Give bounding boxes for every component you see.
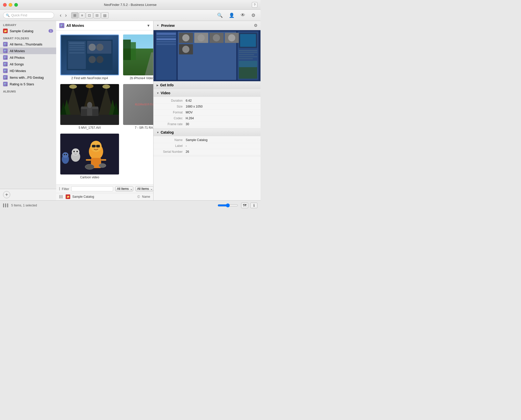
svg-rect-8: [69, 42, 85, 44]
format-value: MOV: [186, 111, 256, 114]
sidebar-item-all-songs[interactable]: 🔍 All Songs: [0, 61, 56, 67]
zoom-slider[interactable]: [218, 203, 238, 207]
svg-point-44: [85, 164, 94, 169]
thumb-img-3: [60, 84, 119, 125]
thumbnail-4: 精品Mac软件尽在macstore.info: [123, 84, 153, 125]
grid-item-label-2: 2b iPhone4 Video with GPS.MOV: [130, 76, 153, 80]
svg-rect-75: [239, 50, 257, 51]
view-icon-split[interactable]: ⊡: [86, 12, 93, 18]
svg-rect-10: [69, 47, 85, 48]
settings-button[interactable]: ⚙: [249, 11, 257, 19]
filter-checkbox[interactable]: [59, 187, 60, 191]
svg-rect-43: [101, 159, 106, 161]
content-header: 🔍 All Movies ▼: [56, 21, 153, 30]
toolbar: 🔍 Quick Find ‹ › ⊞ ≡ ⊡ ⊟ ▤ 🔍 👤 👁 ⚙: [0, 10, 260, 21]
title-bar: NeoFinder 7.5.2 - Business License ?: [0, 0, 260, 10]
preview-image: [153, 30, 260, 81]
catalog-icon: 📁: [3, 29, 8, 33]
status-map-button[interactable]: 🗺: [241, 203, 248, 208]
content-area: 🔍 All Movies ▼: [56, 21, 153, 200]
view-icon-list[interactable]: ≡: [79, 12, 85, 18]
preview-header[interactable]: ▼ Preview ⚙: [153, 21, 260, 30]
codec-value: H.264: [186, 116, 256, 120]
zoom-slider-wrap: [218, 203, 238, 207]
all-items-select-1[interactable]: All Items: [115, 186, 133, 191]
svg-point-48: [73, 151, 75, 152]
svg-rect-72: [157, 43, 176, 45]
status-info-button[interactable]: ℹ: [250, 203, 257, 208]
sidebar-item-items-ps-geotag[interactable]: 🔍 Items with...PS Geotag: [0, 74, 56, 81]
catalog-name-label: Name: [158, 138, 186, 142]
svg-rect-12: [69, 52, 85, 53]
content-title: All Movies: [66, 24, 145, 28]
help-button[interactable]: ?: [252, 2, 257, 8]
back-button[interactable]: ‹: [58, 12, 63, 19]
svg-point-67: [182, 46, 190, 53]
get-info-header[interactable]: ▶ Get Info: [153, 81, 260, 89]
svg-rect-38: [92, 145, 96, 147]
thumbnail-2: 📌: [123, 34, 153, 75]
preview-title: Preview: [161, 24, 252, 28]
svg-rect-15: [123, 40, 131, 60]
grid-item-5[interactable]: Cartoon video: [60, 134, 119, 179]
svg-point-51: [62, 152, 68, 158]
grid-item-3[interactable]: 5 MVI_1757.AVI: [60, 84, 119, 130]
view-icon-cover[interactable]: ▤: [101, 12, 109, 18]
grid-item-2[interactable]: 📌 2b iPhone4 Video with GPS.MOV: [123, 34, 153, 80]
info-row-format: Format MOV: [153, 110, 260, 115]
all-items-select-2[interactable]: All Items: [135, 186, 153, 191]
svg-point-4: [89, 44, 96, 51]
catalog-icon-bottom: 📁: [66, 194, 70, 199]
catalog-header[interactable]: ▼ Catalog: [153, 129, 260, 136]
sidebar-item-hd-movies[interactable]: 🔍 HD Movies: [0, 67, 56, 74]
view-icon-columns[interactable]: ⊟: [93, 12, 101, 18]
svg-point-63: [198, 34, 205, 41]
info-row-size: Size 1680 x 1050: [153, 104, 260, 110]
sidebar-item-all-items-thumbnails[interactable]: 🔍 All Items...Thumbnails: [0, 41, 56, 48]
info-row-framerate: Frame rate 30: [153, 121, 260, 127]
svg-rect-40: [95, 146, 97, 146]
find-button[interactable]: 🔍: [215, 11, 225, 19]
close-button[interactable]: [3, 3, 7, 7]
svg-rect-30: [87, 108, 92, 116]
albums-header: ALBUMS: [0, 87, 56, 94]
grid-item-4[interactable]: 精品Mac软件尽在macstore.info 7 - SR-71 RAF Fai…: [123, 84, 153, 130]
preview-gear-icon[interactable]: ⚙: [254, 23, 257, 28]
eye-button[interactable]: 👁: [239, 11, 247, 19]
video-header[interactable]: ▼ Video: [153, 89, 260, 97]
library-badge: 1: [49, 29, 53, 33]
person-button[interactable]: 👤: [227, 11, 236, 19]
maximize-button[interactable]: [14, 3, 18, 7]
add-button[interactable]: +: [3, 191, 10, 198]
duration-value: 6:42: [186, 99, 256, 102]
sort-label: Name: [142, 195, 150, 199]
grid-item-label-3: 5 MVI_1757.AVI: [79, 126, 101, 130]
serial-label: Serial Number: [158, 150, 186, 154]
forward-button[interactable]: ›: [64, 12, 68, 19]
sidebar-label-hd-movies: HD Movies: [10, 69, 26, 73]
get-info-title: Get Info: [160, 83, 174, 87]
sidebar-label-ps-geotag: Items with...PS Geotag: [10, 76, 44, 79]
svg-point-52: [64, 154, 65, 155]
svg-point-7: [96, 56, 103, 63]
sidebar-item-all-photos[interactable]: 🔍 All Photos: [0, 54, 56, 61]
sidebar: LIBRARY 📁 Sample Catalog 1 SMART FOLDERS…: [0, 21, 56, 200]
search-bar[interactable]: 🔍 Quick Find: [3, 12, 54, 18]
minimize-button[interactable]: [9, 3, 12, 7]
grid-item-1[interactable]: 2 Find with NeoFinder.mp4: [60, 34, 119, 80]
svg-point-53: [66, 154, 67, 155]
grid-item-label-4: 7 - SR-71 RAF Fairford.flv: [135, 126, 153, 130]
sidebar-item-rating-5-stars[interactable]: 🔍 Rating is 5 Stars: [0, 81, 56, 87]
svg-point-29: [87, 102, 92, 108]
svg-rect-26: [60, 115, 119, 125]
video-triangle: ▼: [157, 92, 159, 95]
duration-label: Duration: [158, 99, 186, 102]
filter-input[interactable]: [71, 186, 113, 191]
serial-value: 26: [186, 150, 256, 154]
sidebar-label-rating: Rating is 5 Stars: [10, 82, 34, 86]
sidebar-item-catalog[interactable]: 📁 Sample Catalog 1: [0, 28, 56, 34]
get-info-section: ▶ Get Info: [153, 81, 260, 89]
watermark-4: 精品Mac软件尽在macstore.info: [135, 103, 153, 106]
view-icon-grid[interactable]: ⊞: [71, 12, 78, 18]
sidebar-item-all-movies[interactable]: 🔍 All Movies: [0, 48, 56, 54]
